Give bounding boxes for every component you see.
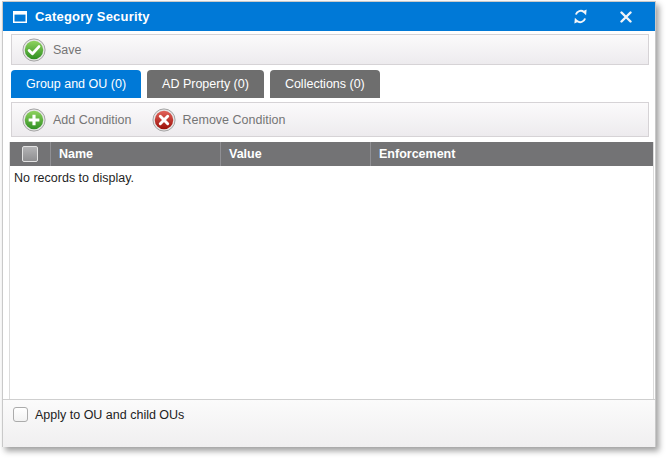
refresh-icon[interactable] [567,2,593,31]
apply-ou-checkbox-label: Apply to OU and child OUs [35,408,184,422]
x-circle-icon [152,108,176,132]
footer-panel: Apply to OU and child OUs [3,399,655,447]
remove-condition-label: Remove Condition [183,113,286,127]
select-all-checkbox[interactable] [22,146,38,162]
add-condition-button[interactable]: Add Condition [12,103,142,136]
apply-checkbox-row[interactable]: Apply to OU and child OUs [13,407,655,422]
column-header-value[interactable]: Value [220,142,370,166]
save-toolbar: Save [11,34,649,65]
tab-ad-property[interactable]: AD Property (0) [147,70,264,98]
save-button[interactable]: Save [12,35,92,64]
column-header-enforcement[interactable]: Enforcement [370,142,653,166]
close-icon[interactable] [613,2,639,31]
condition-toolbar: Add Condition Remove Condition [11,102,649,137]
conditions-grid: Name Value Enforcement No records to dis… [9,142,654,399]
tab-group-and-ou[interactable]: Group and OU (0) [11,70,141,98]
column-header-name[interactable]: Name [50,142,220,166]
tab-strip: Group and OU (0) AD Property (0) Collect… [11,70,380,98]
save-button-label: Save [53,43,82,57]
grid-body: No records to display. [10,166,653,399]
empty-records-message: No records to display. [10,166,653,185]
category-security-dialog: Category Security [2,1,656,447]
remove-condition-button[interactable]: Remove Condition [142,103,296,136]
apply-ou-checkbox[interactable] [13,407,28,422]
check-circle-icon [22,38,46,62]
window-icon [13,11,27,23]
grid-header-row: Name Value Enforcement [10,142,653,166]
title-bar: Category Security [3,2,655,31]
select-all-cell [10,142,50,166]
add-condition-label: Add Condition [53,113,132,127]
plus-circle-icon [22,108,46,132]
window-title: Category Security [35,9,150,24]
tab-collections[interactable]: Collections (0) [270,70,380,98]
